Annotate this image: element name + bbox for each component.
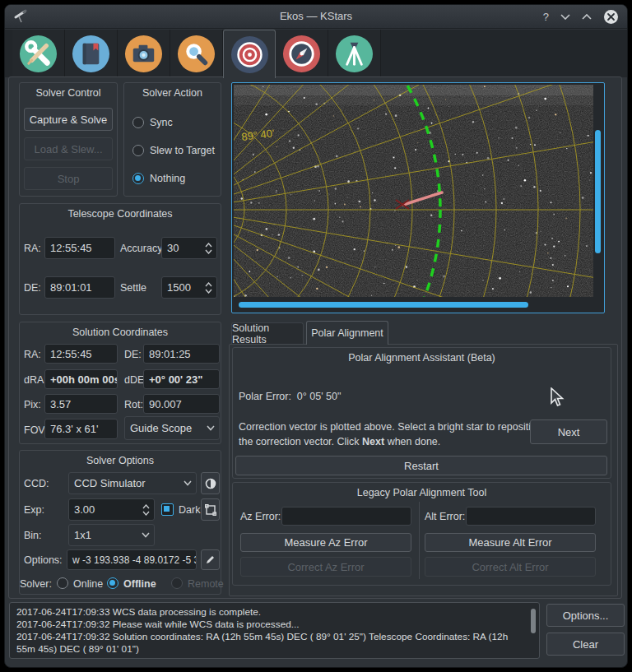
solution-ra-label: RA:: [24, 349, 41, 360]
accuracy-spinbox[interactable]: 30: [161, 237, 217, 259]
dark-checkbox[interactable]: [161, 503, 174, 516]
de-label: DE:: [24, 282, 41, 294]
tools-icon: [19, 35, 58, 73]
solver-label: Solver:: [20, 578, 52, 590]
alt-error-field[interactable]: [466, 507, 596, 526]
tab-solution-results[interactable]: Solution Results: [231, 322, 304, 344]
telescope-ra-field[interactable]: 12:55:45: [44, 237, 115, 259]
solver-action-title: Solver Action: [124, 87, 221, 99]
nothing-radio[interactable]: [132, 173, 144, 184]
next-button[interactable]: Next: [530, 419, 607, 444]
telescope-coordinates-title: Telescope Coordinates: [20, 208, 221, 220]
tab-scheduler[interactable]: [65, 30, 118, 77]
spin-arrows-icon[interactable]: [205, 243, 212, 254]
ra-label: RA:: [24, 243, 41, 254]
sync-radio[interactable]: [132, 117, 144, 128]
dde-label: dDE: [124, 374, 144, 386]
starfield-image[interactable]: 89° 40': [234, 85, 593, 297]
tab-guide[interactable]: [276, 30, 328, 77]
titlebar: Ekos — KStars ?: [5, 5, 627, 29]
preview-vertical-scrollbar[interactable]: [595, 130, 601, 253]
preview-horizontal-scrollbar[interactable]: [239, 302, 528, 308]
help-button[interactable]: ?: [543, 11, 549, 23]
slew-to-target-radio[interactable]: [132, 145, 144, 156]
solver-options-title: Solver Options: [20, 455, 221, 466]
load-slew-button[interactable]: Load & Slew...: [24, 137, 113, 160]
slew-to-target-label: Slew to Target: [150, 145, 215, 156]
minimize-button[interactable]: [560, 13, 570, 20]
solution-coordinates-title: Solution Coordinates: [20, 327, 221, 338]
online-radio[interactable]: [57, 577, 68, 589]
spin-arrows-icon[interactable]: [142, 504, 150, 516]
log-view[interactable]: 2017-06-24T17:09:33 WCS data processing …: [9, 602, 540, 659]
tab-mount[interactable]: [328, 30, 381, 77]
correct-alt-button[interactable]: Correct Alt Error: [425, 557, 596, 577]
correct-az-button[interactable]: Correct Az Error: [240, 557, 411, 577]
pix-field: 3.57: [44, 394, 118, 414]
compass-icon: [282, 35, 321, 73]
dde-field: +0° 00' 23": [143, 369, 220, 389]
tab-focus[interactable]: [170, 30, 223, 77]
exp-label: Exp:: [24, 504, 44, 516]
az-error-field[interactable]: [281, 507, 411, 526]
subframe-button[interactable]: [201, 498, 220, 521]
options-field[interactable]: w -3 193.938 -4 89.0172 -5 30: [67, 549, 197, 570]
ccd-label: CCD:: [24, 478, 49, 489]
pix-label: Pix:: [24, 399, 41, 410]
tab-align[interactable]: [223, 30, 276, 78]
tab-setup[interactable]: [12, 30, 65, 77]
log-line: 2017-06-24T17:09:32 Please wait while WC…: [16, 619, 523, 631]
tab-capture[interactable]: [118, 30, 170, 77]
dark-label: Dark: [179, 504, 200, 516]
offline-radio[interactable]: [107, 577, 118, 589]
pencil-icon: [205, 554, 216, 565]
settle-spinbox[interactable]: 1500: [161, 276, 217, 299]
polar-error-line: Polar Error: 0° 05' 50": [239, 391, 341, 402]
camera-icon: [124, 35, 163, 73]
telescope-de-field[interactable]: 89:01:01: [44, 276, 115, 299]
scope-select[interactable]: Guide Scope: [124, 416, 220, 440]
chevron-down-icon: [207, 425, 215, 431]
settle-label: Settle: [120, 282, 146, 294]
restart-button[interactable]: Restart: [235, 456, 607, 475]
ccd-select[interactable]: CCD Simulator: [68, 472, 197, 494]
polar-error-label: Polar Error:: [239, 391, 291, 402]
legacy-separator: [419, 502, 420, 579]
online-label: Online: [73, 578, 103, 590]
offline-label: Offline: [123, 578, 156, 590]
remote-radio[interactable]: [171, 577, 183, 589]
az-error-label: Az Error:: [240, 511, 281, 522]
edit-options-button[interactable]: [201, 549, 220, 570]
options-label: Options:: [24, 554, 63, 566]
spin-arrows-icon[interactable]: [205, 282, 212, 294]
maximize-button[interactable]: [582, 13, 592, 20]
log-scrollbar[interactable]: [531, 609, 536, 633]
capture-solve-button[interactable]: Capture & Solve: [24, 108, 113, 131]
fov-field: 76.3' x 61': [44, 419, 118, 439]
book-icon: [72, 35, 110, 73]
rot-field: 90.007: [143, 394, 220, 414]
measure-az-button[interactable]: Measure Az Error: [240, 533, 411, 552]
alt-error-label: Alt Error:: [425, 511, 465, 522]
live-view-button[interactable]: [201, 472, 220, 494]
bin-label: Bin:: [24, 530, 42, 541]
exp-spinbox[interactable]: 3.00: [68, 498, 155, 521]
bin-select[interactable]: 1x1: [68, 524, 155, 546]
solution-de-field: 89:01:25: [143, 344, 220, 364]
polar-assistant-title: Polar Alignment Assistant (Beta): [233, 352, 611, 364]
rot-label: Rot:: [124, 399, 143, 410]
capture-preview-icon: [205, 478, 216, 489]
measure-alt-button[interactable]: Measure Alt Error: [425, 533, 596, 552]
solution-ra-field: 12:55:45: [44, 344, 118, 364]
mount-icon: [335, 35, 374, 73]
solver-control-title: Solver Control: [20, 87, 117, 99]
module-tabbar: [5, 30, 628, 77]
clear-button[interactable]: Clear: [546, 633, 625, 656]
tab-polar-alignment[interactable]: Polar Alignment: [306, 321, 388, 345]
close-button[interactable]: [603, 9, 619, 25]
options-button[interactable]: Options...: [546, 604, 625, 627]
legacy-tool-title: Legacy Polar Alignment Tool: [233, 487, 611, 498]
stop-button[interactable]: Stop: [24, 167, 113, 190]
polar-error-value: 0° 05' 50": [297, 391, 342, 402]
remote-label: Remote: [188, 578, 224, 590]
